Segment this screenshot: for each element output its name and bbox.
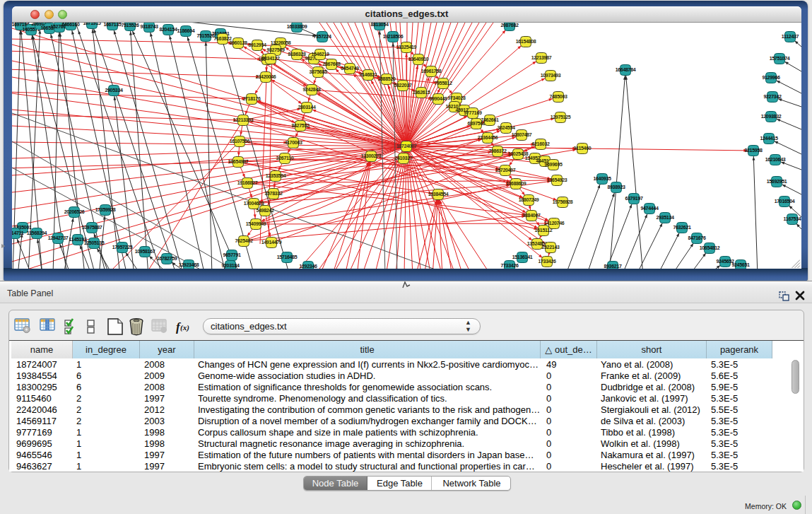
svg-text:8990448: 8990448 <box>429 96 447 101</box>
svg-text:18807249: 18807249 <box>519 197 539 202</box>
svg-text:9734028: 9734028 <box>447 95 466 100</box>
svg-text:3875685: 3875685 <box>309 69 327 74</box>
svg-text:8186328: 8186328 <box>288 52 306 57</box>
svg-text:16782759: 16782759 <box>157 256 177 261</box>
svg-text:1167534: 1167534 <box>784 216 801 221</box>
svg-text:17359928: 17359928 <box>95 207 116 212</box>
svg-text:7357224: 7357224 <box>313 34 331 39</box>
svg-text:21364456: 21364456 <box>478 135 498 140</box>
svg-text:7485003: 7485003 <box>549 94 567 99</box>
svg-text:13300275: 13300275 <box>361 153 382 158</box>
svg-text:17957225: 17957225 <box>112 245 133 250</box>
svg-text:8215958: 8215958 <box>744 148 763 153</box>
svg-text:9242848: 9242848 <box>302 87 321 92</box>
svg-text:1186604: 1186604 <box>177 28 195 33</box>
svg-text:2410327: 2410327 <box>394 156 413 160</box>
svg-text:8813054: 8813054 <box>370 23 389 27</box>
svg-text:10807487: 10807487 <box>512 132 532 137</box>
svg-text:19654987: 19654987 <box>228 159 249 164</box>
svg-text:8427552: 8427552 <box>291 123 310 128</box>
svg-text:2522143: 2522143 <box>541 245 560 250</box>
svg-text:1362615: 1362615 <box>412 90 430 95</box>
svg-text:10975887: 10975887 <box>82 225 102 230</box>
svg-text:19756928: 19756928 <box>553 199 573 204</box>
svg-text:8936217: 8936217 <box>604 264 622 269</box>
svg-text:19384554: 19384554 <box>428 192 449 197</box>
svg-text:8334122: 8334122 <box>261 56 280 61</box>
svg-text:19218506: 19218506 <box>383 34 404 39</box>
svg-text:5322037: 5322037 <box>394 83 412 88</box>
svg-text:10688609: 10688609 <box>506 181 526 186</box>
svg-text:6216032: 6216032 <box>531 141 550 146</box>
svg-text:1640935: 1640935 <box>593 176 611 181</box>
svg-text:7955812: 7955812 <box>434 81 452 86</box>
svg-text:16154808: 16154808 <box>516 39 536 44</box>
svg-text:8912954: 8912954 <box>248 42 266 47</box>
svg-text:16648784: 16648784 <box>616 67 636 72</box>
svg-text:10958167: 10958167 <box>135 249 155 254</box>
svg-text:3267110: 3267110 <box>276 156 294 160</box>
svg-text:10973493: 10973493 <box>541 73 561 78</box>
svg-text:1071915: 1071915 <box>83 23 101 25</box>
svg-text:3578332: 3578332 <box>264 191 283 196</box>
svg-text:6466160: 6466160 <box>61 23 80 27</box>
svg-text:8471676: 8471676 <box>688 235 706 240</box>
svg-text:9203184: 9203184 <box>221 263 240 268</box>
svg-text:1615112: 1615112 <box>535 228 553 233</box>
svg-text:1292346: 1292346 <box>299 264 317 269</box>
svg-text:9914711: 9914711 <box>12 230 24 235</box>
svg-text:9474444: 9474444 <box>640 206 659 211</box>
svg-text:12975125: 12975125 <box>551 115 571 119</box>
svg-text:3624554: 3624554 <box>497 125 515 130</box>
svg-text:9327509: 9327509 <box>266 47 285 52</box>
svg-text:9227342: 9227342 <box>763 94 782 99</box>
svg-text:9318743: 9318743 <box>140 24 158 29</box>
svg-text:16033809: 16033809 <box>287 24 307 29</box>
svg-text:16961758: 16961758 <box>421 69 442 74</box>
svg-text:19166827: 19166827 <box>237 180 258 185</box>
svg-text:1733426: 1733426 <box>538 259 556 264</box>
svg-text:2803144: 2803144 <box>298 105 316 110</box>
svg-text:12213987: 12213987 <box>531 55 552 60</box>
svg-text:9115460: 9115460 <box>574 146 592 151</box>
svg-text:15720407: 15720407 <box>495 168 516 173</box>
svg-text:7462661: 7462661 <box>481 117 499 122</box>
svg-text:15751074: 15751074 <box>770 56 790 61</box>
svg-text:7625402: 7625402 <box>235 238 253 243</box>
svg-text:9245651: 9245651 <box>731 262 750 267</box>
svg-text:17016504: 17016504 <box>775 199 795 204</box>
svg-text:1588520: 1588520 <box>377 76 396 81</box>
svg-text:8454749: 8454749 <box>341 66 359 71</box>
svg-text:1667135: 1667135 <box>103 23 122 27</box>
svg-text:7632621: 7632621 <box>673 225 691 230</box>
svg-text:13226058: 13226058 <box>271 40 291 45</box>
svg-text:18724007: 18724007 <box>396 144 417 148</box>
svg-text:12505135: 12505135 <box>84 240 105 245</box>
svg-text:7733426: 7733426 <box>500 263 519 268</box>
svg-text:13654923: 13654923 <box>547 177 567 182</box>
svg-text:20206526: 20206526 <box>64 209 85 214</box>
svg-text:23420046: 23420046 <box>256 74 276 79</box>
svg-text:12093832: 12093832 <box>761 114 782 119</box>
svg-text:2935134: 2935134 <box>656 215 674 220</box>
svg-text:15716485: 15716485 <box>277 255 298 259</box>
svg-text:14914479: 14914479 <box>261 240 282 245</box>
svg-text:9657791: 9657791 <box>223 252 241 257</box>
svg-text:17004678: 17004678 <box>244 201 264 206</box>
svg-text:11568294: 11568294 <box>27 230 47 235</box>
svg-text:12353594: 12353594 <box>266 173 286 178</box>
svg-text:1546219: 1546219 <box>311 52 329 57</box>
svg-text:12923468: 12923468 <box>179 262 199 267</box>
svg-text:9384067: 9384067 <box>522 213 541 218</box>
svg-text:13640910: 13640910 <box>408 57 429 62</box>
svg-text:7515526: 7515526 <box>121 23 139 28</box>
svg-text:2867608: 2867608 <box>322 62 341 66</box>
svg-text:9777169: 9777169 <box>464 110 482 115</box>
svg-text:1244415: 1244415 <box>760 136 778 141</box>
svg-text:16210643: 16210643 <box>765 157 786 162</box>
svg-text:2718176: 2718176 <box>242 96 261 101</box>
svg-text:9129966: 9129966 <box>762 75 780 80</box>
svg-text:8960128: 8960128 <box>229 40 247 45</box>
svg-text:4170063: 4170063 <box>284 140 302 145</box>
svg-text:9699695: 9699695 <box>544 162 563 167</box>
